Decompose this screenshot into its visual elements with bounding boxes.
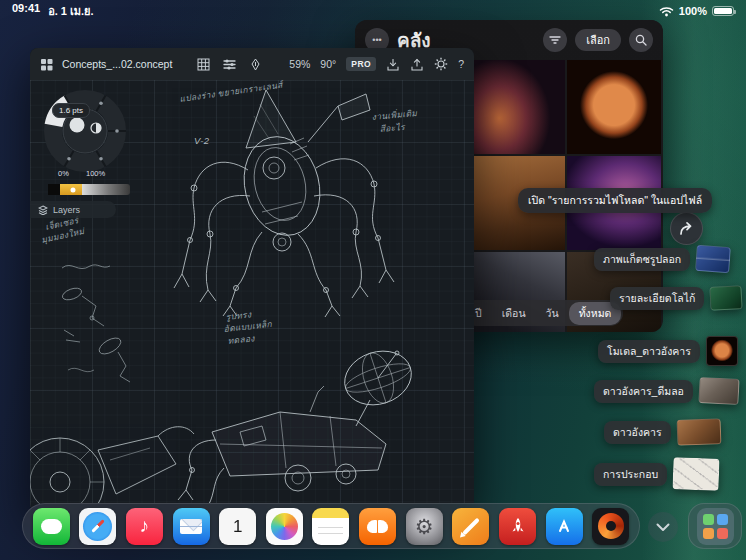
dock-app-appstore[interactable]	[546, 508, 583, 545]
pro-badge[interactable]: PRO	[346, 57, 376, 71]
select-button[interactable]: เลือก	[575, 29, 621, 51]
settings-gear-icon[interactable]	[434, 57, 448, 71]
dock-app-photos[interactable]	[266, 508, 303, 545]
concepts-window: Concepts_...02.concept 59% 90° PRO ?	[30, 48, 474, 512]
dock-app-messages[interactable]	[33, 508, 70, 545]
dock-app-browser[interactable]	[592, 508, 629, 545]
status-time: 09:41	[12, 2, 40, 20]
drag-thumbnail-rock	[698, 377, 739, 405]
status-bar: 09:41 อ. 1 เม.ย. 100%	[0, 0, 746, 20]
dock-app-music[interactable]: ♪	[126, 508, 163, 545]
import-icon[interactable]	[386, 58, 400, 71]
status-date: อ. 1 เม.ย.	[48, 2, 93, 20]
dock-recent-section	[688, 503, 742, 549]
appstore-a-icon	[554, 516, 574, 536]
dock-app-notes[interactable]	[312, 508, 349, 545]
drop-tooltip: เปิด "รายการรวมไฟโหลด" ในแอปไฟล์	[518, 188, 712, 213]
browser-swirl-icon	[598, 513, 624, 539]
forward-arrow-icon	[678, 221, 695, 236]
opacity-max-label: 100%	[86, 169, 105, 178]
gear-icon: ⚙	[415, 516, 434, 537]
calendar-day: 1	[233, 518, 242, 535]
help-button[interactable]: ?	[458, 58, 464, 70]
ipad-screen: 09:41 อ. 1 เม.ย. 100% ••• คลัง เลือก	[0, 0, 746, 560]
segment-days[interactable]: วัน	[536, 302, 569, 325]
battery-icon	[712, 6, 734, 16]
drag-item[interactable]: การประกอบ	[594, 458, 719, 490]
filter-button[interactable]	[543, 28, 567, 52]
annotation-color: สีอะไร	[379, 122, 406, 134]
photos-flower-icon	[271, 513, 298, 540]
export-share-icon[interactable]	[410, 58, 424, 71]
color-strip[interactable]	[48, 184, 130, 195]
drag-thumbnail-green-card	[710, 285, 743, 311]
dock-app-books[interactable]	[359, 508, 396, 545]
music-note-icon: ♪	[140, 515, 150, 537]
drag-item[interactable]: โมเดล_ดาวอังคาร	[598, 336, 738, 366]
zoom-level[interactable]: 59%	[289, 58, 310, 70]
grid-toggle-icon[interactable]	[197, 58, 210, 71]
canvas-rotation[interactable]: 90°	[320, 58, 336, 70]
drag-item[interactable]: รายละเอียดโลไก้	[610, 286, 742, 310]
chevron-down-icon	[656, 523, 670, 532]
search-button[interactable]	[629, 28, 653, 52]
layers-icon	[38, 205, 48, 215]
precision-menu-icon[interactable]	[223, 58, 236, 71]
photo-thumbnail-orange-nebula[interactable]	[471, 60, 565, 154]
drag-thumbnail-mars	[706, 336, 738, 366]
brush-size-pill[interactable]: 1.6 pts	[52, 103, 90, 118]
segment-months[interactable]: เดือน	[492, 302, 536, 325]
drag-item[interactable]: ดาวอังคาร	[604, 419, 721, 445]
drag-item[interactable]: ภาพแก็ตซรูปลอก	[594, 246, 730, 272]
drag-item[interactable]: ดาวอังคาร_ดีมลอ	[594, 378, 739, 404]
photo-thumbnail-mars-planet[interactable]	[567, 60, 661, 154]
annotation-mid-3: ทดลอง	[227, 333, 256, 346]
wifi-icon	[659, 6, 674, 17]
ellipsis-icon: •••	[372, 35, 381, 45]
layers-panel-toggle[interactable]: Layers	[30, 201, 116, 218]
dock-app-mail[interactable]	[173, 508, 210, 545]
drag-thumbnail-sketch	[673, 457, 720, 491]
document-title[interactable]: Concepts_...02.concept	[62, 58, 172, 70]
drag-thumbnail-blue-card	[695, 245, 731, 273]
notes-lines	[318, 527, 343, 528]
tool-wheel-graphic	[30, 73, 140, 189]
dock-app-rocket[interactable]	[499, 508, 536, 545]
dock-app-settings[interactable]: ⚙	[406, 508, 443, 545]
color-gradient-slider[interactable]	[82, 184, 130, 195]
dock: ♪ 1 ⚙	[22, 503, 640, 549]
photos-view-segmented-control: ปี เดือน วัน ทั้งหมด	[463, 300, 623, 326]
app-library-icon[interactable]	[697, 508, 734, 545]
opacity-min-label: 0%	[58, 169, 69, 178]
pencil-icon	[462, 517, 480, 535]
color-swatch-yellow-selected[interactable]	[60, 184, 82, 195]
open-book-icon	[367, 520, 388, 533]
annotation-version: V-2	[194, 135, 210, 146]
rocket-icon	[508, 516, 528, 536]
annotation-extra-work: งานเพิ่มเติม	[371, 107, 417, 122]
search-icon	[635, 34, 647, 46]
dock-app-safari[interactable]	[79, 508, 116, 545]
share-forward-button[interactable]	[670, 212, 703, 245]
drag-thumbnail-terrain	[676, 418, 721, 446]
dock-app-drawing[interactable]	[452, 508, 489, 545]
app-grid-icon[interactable]	[40, 58, 53, 71]
dock-collapse-button[interactable]	[648, 512, 678, 542]
dock-app-calendar[interactable]: 1	[219, 508, 256, 545]
brush-tool-wheel[interactable]: 0% 100%	[30, 73, 140, 189]
battery-percent: 100%	[679, 5, 707, 17]
color-swatch-black[interactable]	[48, 184, 60, 195]
filter-icon	[549, 35, 561, 45]
compass-icon	[83, 512, 112, 541]
pen-nib-icon[interactable]	[249, 58, 262, 71]
envelope-icon	[180, 519, 202, 534]
